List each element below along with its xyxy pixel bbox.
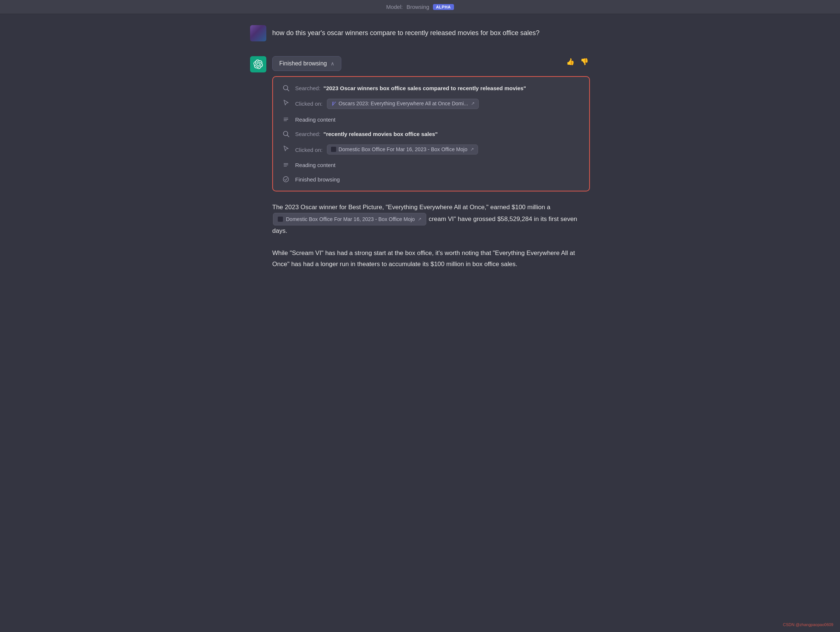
- step-read-2: Reading content: [282, 161, 580, 169]
- response-text-part1: The 2023 Oscar winner for Best Picture, …: [272, 204, 550, 211]
- openai-avatar: [250, 56, 266, 73]
- step-click-2: Clicked on: Domestic Box Office For Mar …: [282, 144, 580, 155]
- assistant-message-row: Finished browsing ∧ Searched: "2023 Osca…: [250, 56, 590, 269]
- svg-line-6: [287, 135, 289, 137]
- user-message-row: how do this year's oscar winners compare…: [250, 25, 590, 41]
- step-click-1-link[interactable]: 𝑉 Oscars 2023: Everything Everywhere All…: [327, 99, 479, 109]
- action-area: 👍 👎: [565, 56, 590, 67]
- browsing-panel: Searched: "2023 Oscar winners box office…: [272, 76, 590, 192]
- model-name: Browsing: [406, 4, 429, 10]
- step-click-2-label: Clicked on:: [295, 147, 322, 153]
- search-icon: [282, 85, 290, 91]
- thumbs-up-button[interactable]: 👍: [565, 56, 576, 67]
- variety-favicon: 𝑉: [331, 101, 336, 106]
- search-icon-2: [282, 130, 290, 137]
- assistant-content: Finished browsing ∧ Searched: "2023 Osca…: [272, 56, 590, 269]
- chat-area: how do this year's oscar winners compare…: [243, 14, 597, 299]
- browsing-toggle-label: Finished browsing: [279, 60, 327, 67]
- response-text-part3: While "Scream VI" has had a strong start…: [272, 249, 575, 268]
- boxoffice-favicon: [331, 147, 336, 152]
- alpha-badge: ALPHA: [433, 4, 454, 10]
- user-avatar: [250, 25, 266, 41]
- svg-line-1: [287, 89, 289, 91]
- step-click-2-link[interactable]: Domestic Box Office For Mar 16, 2023 - B…: [327, 144, 478, 155]
- cursor-icon-1: [282, 99, 290, 106]
- svg-point-10: [283, 177, 289, 182]
- external-link-icon-2: ↗: [470, 146, 474, 153]
- tooltip-favicon: [278, 217, 283, 222]
- check-icon: [282, 176, 290, 182]
- step-finish-label: Finished browsing: [295, 176, 340, 182]
- step-search-1-query: "2023 Oscar winners box office sales com…: [324, 85, 526, 91]
- step-click-1: Clicked on: 𝑉 Oscars 2023: Everything Ev…: [282, 99, 580, 109]
- step-search-2-query: "recently released movies box office sal…: [324, 131, 438, 137]
- list-icon-2: [282, 162, 290, 168]
- model-label: Model:: [386, 4, 403, 10]
- header-bar: Model: Browsing ALPHA: [0, 0, 840, 14]
- tooltip-link-text: Domestic Box Office For Mar 16, 2023 - B…: [286, 215, 415, 224]
- list-icon-1: [282, 116, 290, 123]
- browsing-toggle[interactable]: Finished browsing ∧: [272, 56, 341, 71]
- step-search-1: Searched: "2023 Oscar winners box office…: [282, 84, 580, 92]
- thumbs-down-button[interactable]: 👎: [579, 56, 590, 67]
- user-message-text: how do this year's oscar winners compare…: [272, 25, 539, 38]
- assistant-response-text: The 2023 Oscar winner for Best Picture, …: [272, 202, 590, 269]
- step-click-2-link-text: Domestic Box Office For Mar 16, 2023 - B…: [338, 146, 467, 154]
- step-read-1: Reading content: [282, 116, 580, 124]
- cursor-icon-2: [282, 145, 290, 152]
- step-read-2-label: Reading content: [295, 162, 335, 168]
- step-click-1-link-text: Oscars 2023: Everything Everywhere All a…: [338, 100, 468, 108]
- step-finish: Finished browsing: [282, 176, 580, 183]
- tooltip-external-icon: ↗: [418, 215, 422, 223]
- step-read-1-label: Reading content: [295, 116, 335, 123]
- watermark: CSDN @zhangpaopao0609: [783, 622, 833, 627]
- user-avatar-image: [250, 25, 266, 41]
- chevron-up-icon: ∧: [331, 60, 334, 67]
- step-search-1-label: Searched:: [295, 85, 320, 91]
- openai-logo-icon: [253, 60, 263, 69]
- external-link-icon-1: ↗: [471, 101, 475, 107]
- step-click-1-label: Clicked on:: [295, 101, 322, 107]
- inline-tooltip-link[interactable]: Domestic Box Office For Mar 16, 2023 - B…: [273, 213, 426, 226]
- step-search-2-label: Searched:: [295, 131, 320, 137]
- step-search-2: Searched: "recently released movies box …: [282, 130, 580, 138]
